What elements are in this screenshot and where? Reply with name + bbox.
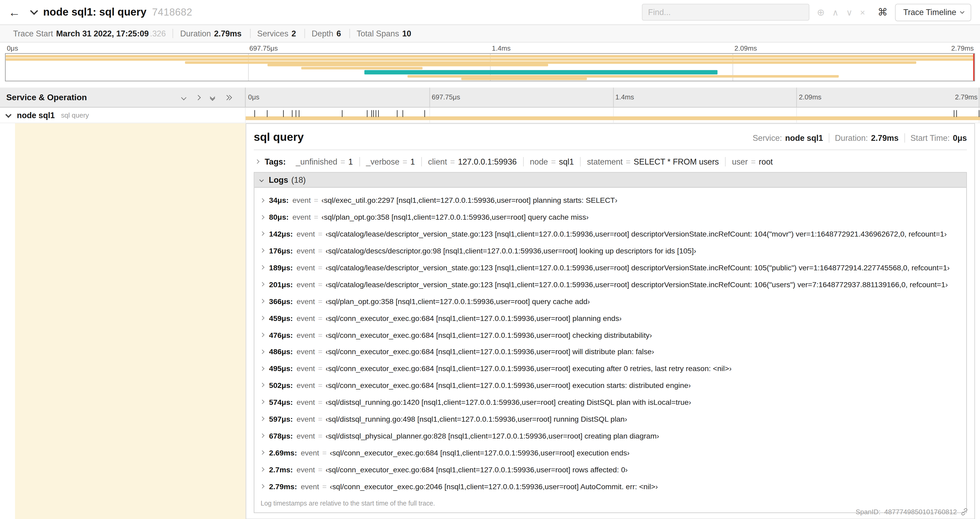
log-timestamp: 189μs: [269, 263, 293, 272]
ruler-tick-label: 0μs [248, 93, 259, 101]
tag-value: 1 [348, 157, 353, 166]
log-message: ‹sql/conn_executor_exec.go:684 [nsql1,cl… [326, 364, 732, 373]
log-timestamp: 486μs: [269, 348, 293, 356]
logs-header[interactable]: Logs (18) [255, 173, 966, 188]
deep-link-icon[interactable] [961, 508, 968, 515]
minimap-end-marker [973, 54, 974, 81]
log-timestamp: 2.7ms: [269, 465, 293, 474]
log-field-name: event [293, 213, 311, 222]
summary-label: Services [257, 29, 288, 38]
chevron-right-icon [260, 366, 264, 370]
span-row-label-cell[interactable]: node sql1 sql query [0, 108, 245, 123]
log-message: ‹sql/conn_executor_exec.go:684 [nsql1,cl… [330, 449, 630, 457]
trace-collapse-chevron[interactable] [31, 8, 37, 16]
logs-title: Logs [269, 175, 288, 185]
log-message: ‹sql/catalog/descs/descriptor.go:98 [nsq… [326, 247, 696, 255]
keyboard-shortcuts-icon[interactable]: ⌘ [869, 6, 895, 18]
log-entry[interactable]: 678μs: event = ‹sql/distsql_physical_pla… [255, 428, 966, 444]
log-timestamp: 142μs: [269, 230, 293, 238]
chevron-down-icon [960, 9, 964, 13]
ruler-gridline [613, 88, 613, 107]
span-row[interactable]: node sql1 sql query [0, 108, 980, 123]
log-entry[interactable]: 80μs: event = ‹sql/plan_opt.go:358 [nsql… [255, 209, 966, 226]
log-entry[interactable]: 176μs: event = ‹sql/catalog/descs/descri… [255, 243, 966, 260]
chevron-right-icon [260, 215, 264, 219]
tag-value: 127.0.0.1:59936 [458, 157, 517, 166]
log-entry[interactable]: 574μs: event = ‹sql/distsql_running.go:1… [255, 394, 966, 411]
log-field-name: event [297, 415, 315, 423]
find-clear-icon[interactable]: × [856, 8, 869, 17]
log-entry[interactable]: 189μs: event = ‹sql/catalog/lease/descri… [255, 260, 966, 276]
find-input[interactable] [642, 4, 809, 21]
minimap-tick-label: 2.79ms [951, 44, 974, 52]
log-equals: = [322, 449, 327, 457]
tag-equals: = [751, 157, 756, 166]
ruler-tick-label: 1.4ms [616, 93, 634, 101]
log-field-name: event [297, 230, 315, 238]
log-event-tick [978, 110, 979, 117]
find-zoom-icon[interactable]: ⊕ [813, 7, 828, 17]
log-equals: = [318, 263, 323, 272]
log-entry[interactable]: 459μs: event = ‹sql/conn_executor_exec.g… [255, 310, 966, 327]
log-message: ‹sql/conn_executor_exec.go:2046 [nsql1,c… [330, 482, 658, 491]
logs-list: 34μs: event = ‹sql/exec_util.go:2297 [ns… [255, 188, 966, 495]
chevron-right-icon [260, 467, 264, 471]
log-entry[interactable]: 201μs: event = ‹sql/catalog/lease/descri… [255, 276, 966, 293]
collapse-one-icon[interactable] [182, 96, 186, 99]
log-timestamp: 597μs: [269, 415, 293, 423]
summary-item: Trace Start March 31 2022, 17:25:09 .326 [6, 29, 173, 38]
collapse-children-chevron[interactable] [5, 111, 11, 117]
minimap-gridline [732, 54, 733, 81]
tag-value: 1 [410, 157, 415, 166]
log-entry[interactable]: 366μs: event = ‹sql/plan_opt.go:358 [nsq… [255, 293, 966, 310]
logs-count: (18) [291, 175, 306, 185]
span-detail-row: sql query Service: node sql1 Duration: 2… [0, 123, 980, 519]
minimap-tick-label: 0μs [7, 44, 18, 52]
log-entry[interactable]: 2.69ms: event = ‹sql/conn_executor_exec.… [255, 444, 966, 461]
log-timestamp: 476μs: [269, 331, 293, 339]
find-prev-icon[interactable]: ∧ [829, 8, 843, 17]
log-equals: = [318, 297, 323, 306]
chevron-right-icon [260, 282, 264, 286]
log-event-tick [267, 110, 267, 117]
expand-one-icon[interactable] [196, 96, 200, 99]
log-entry[interactable]: 34μs: event = ‹sql/exec_util.go:2297 [ns… [255, 192, 966, 209]
log-equals: = [318, 465, 323, 474]
detail-stat: Duration: 2.79ms [829, 133, 904, 143]
tags-label: Tags: [265, 157, 286, 166]
log-entry[interactable]: 476μs: event = ‹sql/conn_executor_exec.g… [255, 327, 966, 343]
log-equals: = [314, 196, 318, 205]
find-next-icon[interactable]: ∨ [843, 8, 856, 17]
log-entry[interactable]: 142μs: event = ‹sql/catalog/lease/descri… [255, 226, 966, 243]
back-button[interactable]: ← [0, 5, 29, 19]
log-message: ‹sql/conn_executor_exec.go:684 [nsql1,cl… [326, 465, 628, 474]
expand-all-icon[interactable] [225, 96, 231, 99]
span-row-timeline-cell[interactable] [245, 108, 980, 123]
span-id-value: 4877749850101760812 [884, 508, 957, 515]
tag-key: _unfinished [296, 157, 337, 166]
log-entry[interactable]: 502μs: event = ‹sql/conn_executor_exec.g… [255, 377, 966, 394]
log-entry[interactable]: 495μs: event = ‹sql/conn_executor_exec.g… [255, 360, 966, 377]
tags-accordion[interactable]: Tags: _unfinished = 1 _verbose = 1 [254, 157, 967, 166]
row-gridline [979, 108, 980, 123]
log-timestamp: 176μs: [269, 247, 293, 255]
log-field-name: event [301, 449, 319, 457]
log-message: ‹sql/distsql_running.go:498 [nsql1,clien… [326, 415, 627, 423]
collapse-all-icon[interactable] [211, 95, 215, 100]
detail-header: sql query Service: node sql1 Duration: 2… [254, 131, 967, 144]
log-entry[interactable]: 597μs: event = ‹sql/distsql_running.go:4… [255, 411, 966, 428]
log-field-name: event [297, 381, 315, 390]
log-event-tick [367, 110, 367, 117]
log-entry[interactable]: 2.7ms: event = ‹sql/conn_executor_exec.g… [255, 461, 966, 478]
minimap-span-bar [185, 61, 916, 64]
span-duration-bar[interactable] [245, 116, 980, 120]
summary-value: March 31 2022, 17:25:09 [56, 29, 149, 38]
log-entry[interactable]: 486μs: event = ‹sql/conn_executor_exec.g… [255, 343, 966, 361]
tag-equals: = [626, 157, 630, 166]
minimap-canvas[interactable] [5, 53, 975, 81]
log-entry[interactable]: 2.79ms: event = ‹sql/conn_executor_exec.… [255, 478, 966, 495]
tag-value: root [759, 157, 773, 166]
summary-item: Depth 6 [304, 29, 349, 38]
log-event-tick [296, 110, 296, 117]
view-selector-button[interactable]: Trace Timeline [895, 3, 971, 21]
